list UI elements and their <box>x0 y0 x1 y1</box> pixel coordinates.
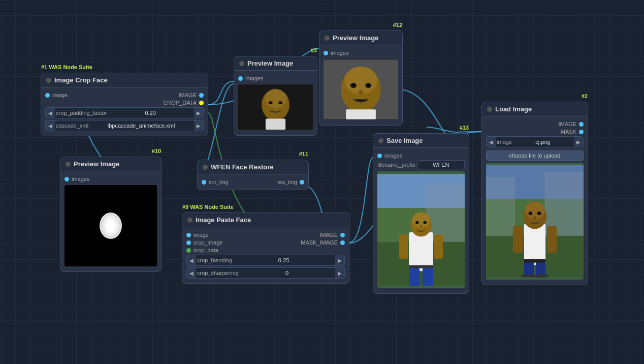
cascade-row: ◀ cascade_xml lbpcascade_animeface.xml ▶ <box>45 120 204 131</box>
port-images-row-10: images <box>65 176 157 182</box>
port-paste-image-left: image <box>186 232 209 238</box>
port-image-dot <box>45 93 50 98</box>
sharp-dec[interactable]: ◀ <box>187 268 196 278</box>
node-save-image: #13 Save Image images filename_prefix WF… <box>373 133 469 294</box>
port-images-label-10: images <box>72 176 89 182</box>
port-load-IMAGE-right: IMAGE <box>559 121 584 127</box>
svg-rect-33 <box>409 265 433 268</box>
sharp-stepper[interactable]: ◀ crop_sharpening 0 ▶ <box>186 267 345 279</box>
crop-padding-row: ◀ crop_padding_factor 0.20 ▶ <box>45 107 204 118</box>
port-load-IMAGE-dot <box>579 122 584 127</box>
blend-val: 0.25 <box>232 256 335 264</box>
port-save-images-row: images <box>377 153 465 159</box>
node-header-preview3: Preview Image <box>234 56 317 71</box>
node-dot-wfen <box>203 165 208 170</box>
port-paste-image-row: image IMAGE <box>186 232 345 238</box>
node-id-3: #3 <box>311 47 317 53</box>
conn-paste-to-save <box>349 158 373 242</box>
node-header-wfen: WFEN Face Restore <box>198 160 308 174</box>
node-label-1: #1 WAS Node Suite <box>41 64 92 70</box>
node-header-load: Load Image <box>482 102 588 116</box>
port-images-left-3: images <box>238 75 263 81</box>
port-srcimg-row: src_img res_img <box>202 179 304 185</box>
node-id-10: #10 <box>152 148 161 154</box>
node-title-save: Save Image <box>387 137 423 144</box>
preview-image-3 <box>238 84 313 130</box>
node-preview-3: #3 Preview Image images <box>234 56 317 136</box>
crop-padding-val: 0.20 <box>107 109 194 117</box>
node-preview-10: #10 Preview Image images <box>60 157 162 272</box>
blend-stepper[interactable]: ◀ crop_blending 0.25 ▶ <box>186 255 345 266</box>
port-images-left-12: images <box>324 50 348 56</box>
port-images-label-12: images <box>331 50 348 56</box>
save-preview-svg <box>377 171 465 288</box>
port-save-images-label: images <box>384 153 402 159</box>
svg-rect-50 <box>521 275 535 278</box>
svg-rect-31 <box>409 266 420 286</box>
port-paste-IMAGE-dot <box>340 233 345 237</box>
node-id-13: #13 <box>460 125 469 131</box>
port-resimg-right: res_img <box>277 179 304 185</box>
node-body-paste-face: image IMAGE crop_image MASK_IMAGE crop_d… <box>182 227 349 283</box>
sharp-val: 0 <box>239 269 335 277</box>
node-label-9: #9 WAS Node Suite <box>182 204 234 210</box>
svg-rect-39 <box>524 224 545 265</box>
preview-svg-10 <box>65 185 157 266</box>
port-cropdata-row: CROP_DATA <box>45 100 204 106</box>
node-header-preview10: Preview Image <box>60 157 161 171</box>
port-images-row-3: images <box>238 75 313 81</box>
cascade-stepper[interactable]: ◀ cascade_xml lbpcascade_animeface.xml ▶ <box>45 120 204 131</box>
node-dot-preview12 <box>325 36 330 41</box>
port-cropimage-dot <box>186 240 191 245</box>
crop-padding-dec[interactable]: ◀ <box>46 108 55 118</box>
node-dot-save <box>378 138 383 143</box>
sharp-label: crop_sharpening <box>197 270 239 276</box>
node-title-load: Load Image <box>495 105 532 113</box>
node-title-paste-face: Image Paste Face <box>196 216 251 224</box>
crop-padding-stepper[interactable]: ◀ crop_padding_factor 0.20 ▶ <box>45 107 204 118</box>
node-dot-paste-face <box>187 218 192 223</box>
svg-rect-24 <box>399 235 408 259</box>
port-load-MASK-right: MASK <box>561 129 584 135</box>
port-cropdata-paste-left: crop_data <box>186 247 218 253</box>
crop-padding-inc[interactable]: ▶ <box>194 108 203 118</box>
preview-image-10 <box>65 185 157 266</box>
port-cropimage-label: crop_image <box>194 239 222 246</box>
node-image-crop-face: #1 WAS Node Suite Image Crop Face image … <box>41 73 208 136</box>
blend-row: ◀ crop_blending 0.25 ▶ <box>186 255 345 266</box>
port-cropdata-paste-row: crop_data <box>186 247 345 253</box>
svg-rect-51 <box>535 275 549 278</box>
preview-svg-12 <box>324 59 398 120</box>
node-header-save: Save Image <box>373 134 469 148</box>
image-file-inc[interactable]: ▶ <box>574 137 583 147</box>
cascade-inc[interactable]: ▶ <box>194 120 203 131</box>
image-file-dec[interactable]: ◀ <box>487 137 496 147</box>
node-dot-preview3 <box>239 61 244 66</box>
node-title-wfen: WFEN Face Restore <box>211 163 274 171</box>
upload-button[interactable]: choose file to upload <box>486 150 584 161</box>
port-cropdata-paste-label: crop_data <box>194 247 218 253</box>
svg-rect-32 <box>423 266 433 286</box>
node-body-save: images filename_prefix WFEN <box>373 148 469 293</box>
port-save-images-left: images <box>377 153 402 159</box>
prefix-val: WFEN <box>417 160 465 169</box>
cascade-dec[interactable]: ◀ <box>46 120 55 131</box>
port-save-images-dot <box>377 154 382 158</box>
port-srcimg-label: src_img <box>209 179 229 185</box>
node-body-wfen: src_img res_img <box>198 174 308 190</box>
port-paste-IMAGE-right: IMAGE <box>320 232 345 238</box>
node-id-2: #2 <box>582 93 588 99</box>
port-resimg-label: res_img <box>277 179 297 185</box>
svg-point-28 <box>415 221 419 224</box>
blend-inc[interactable]: ▶ <box>335 255 344 265</box>
node-dot-preview10 <box>66 162 71 167</box>
blend-dec[interactable]: ◀ <box>187 255 196 265</box>
sharp-row: ◀ crop_sharpening 0 ▶ <box>186 267 345 279</box>
node-header-paste-face: Image Paste Face <box>182 213 349 227</box>
sharp-inc[interactable]: ▶ <box>335 268 344 278</box>
port-images-label-3: images <box>245 75 263 81</box>
node-body-preview3: images <box>234 71 317 135</box>
image-file-stepper[interactable]: ◀ image cj.png ▶ <box>486 136 584 147</box>
port-maskimage-label: MASK_IMAGE <box>301 239 338 246</box>
node-id-12: #12 <box>393 22 402 28</box>
